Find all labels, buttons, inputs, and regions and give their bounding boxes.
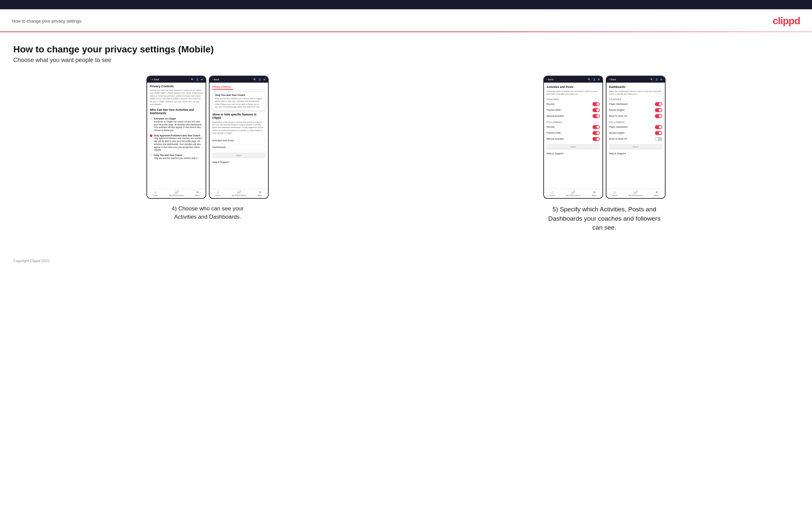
tab-performance-3[interactable]: 📈 My Performance <box>566 190 580 196</box>
performance-icon-4: 📈 <box>633 190 638 194</box>
radio-only-you[interactable] <box>150 154 152 157</box>
profile-icon[interactable]: 👤 <box>196 78 199 81</box>
screen3-back[interactable]: ‹ Back <box>547 78 554 81</box>
toggle-followers-workon[interactable] <box>655 137 662 141</box>
radio-approved[interactable] <box>150 134 152 137</box>
list-activities[interactable]: Activities and Posts › <box>212 137 265 144</box>
coaches-label-3: COACHES <box>547 98 600 101</box>
toggle-coaches-insights[interactable] <box>655 108 662 112</box>
main-content: How to change your privacy settings (Mob… <box>0 32 812 245</box>
tab-menu-2[interactable]: ≡ Menu <box>257 190 262 196</box>
menu-icon-3: ≡ <box>593 190 595 194</box>
screen4-title: Dashboards <box>609 85 662 89</box>
help-support-4[interactable]: Help & Support <box>609 152 662 155</box>
tab-home-2[interactable]: ⌂ Home <box>215 190 220 196</box>
copyright: Copyright Clippd 2022 <box>13 259 49 263</box>
screen1-content: Privacy Controls Control how and your da… <box>147 82 206 189</box>
profile-icon-4[interactable]: 👤 <box>655 78 658 81</box>
screen3-content: Activities and Posts Select the types of… <box>544 82 602 189</box>
list-dashboards[interactable]: Dashboards › <box>212 144 265 151</box>
tab-menu-4[interactable]: ≡ Menu <box>654 190 659 196</box>
home-icon-2: ⌂ <box>217 190 219 194</box>
search-icon-2[interactable]: 🔍 <box>253 78 256 81</box>
tab-performance-4[interactable]: 📈 My Performance <box>628 190 643 196</box>
settings-icon-3[interactable]: ⚙ <box>598 78 600 81</box>
search-icon-3[interactable]: 🔍 <box>588 78 591 81</box>
tab-performance-1[interactable]: 📈 My Performance <box>169 190 184 196</box>
home-icon-3: ⌂ <box>551 190 553 194</box>
screen1-section: Who Can See Your Activities and Dashboar… <box>150 108 203 115</box>
radio-everyone[interactable] <box>150 117 152 120</box>
screenshots-row: ‹ < Back 🔍 👤 ⚙ Privacy Controls Control … <box>13 76 799 232</box>
toggle-coaches-drills[interactable] <box>593 108 600 112</box>
tab-privacy-controls[interactable]: Privacy Controls <box>212 84 233 90</box>
step-group-4: ‹ < Back 🔍 👤 ⚙ Privacy Controls Control … <box>13 76 402 232</box>
screen4-content: Dashboards Select the dashboards that yo… <box>606 82 665 189</box>
save-button-2[interactable]: Save <box>212 153 265 158</box>
toggle-coaches-rounds[interactable] <box>593 102 600 106</box>
option-only-you[interactable]: Only You and Your Coach Only you and the… <box>150 153 203 161</box>
help-support-3[interactable]: Help & Support <box>547 152 600 155</box>
screen-2: ‹ Back 🔍 👤 ⚙ Privacy Controls <box>209 76 269 199</box>
help-support-2[interactable]: Help & Support <box>212 161 265 163</box>
menu-icon-4: ≡ <box>656 190 658 194</box>
breadcrumb: How to change your privacy settings <box>12 18 81 23</box>
settings-icon-2[interactable]: ⚙ <box>263 78 265 81</box>
settings-icon[interactable]: ⚙ <box>201 78 203 81</box>
tab-home-1[interactable]: ⌂ Home <box>153 190 158 196</box>
coaches-drills-3: Practice Drills <box>547 107 600 113</box>
settings-icon-4[interactable]: ⚙ <box>660 78 662 81</box>
toggle-coaches-player[interactable] <box>655 102 662 106</box>
screen4-bottombar: ⌂ Home 📈 My Performance ≡ Menu <box>606 189 665 198</box>
tab-performance-2[interactable]: 📈 My Performance <box>232 190 246 196</box>
screen1-topbar: ‹ < Back 🔍 👤 ⚙ <box>147 76 206 82</box>
phones-pair-2: ‹ Back 🔍 👤 ⚙ Activities and Posts Select… <box>543 76 666 199</box>
coaches-rounds-3: Rounds <box>547 101 600 107</box>
screen2-section-title: Show or hide specific features in Clippd <box>212 113 265 119</box>
caption-4: 4) Choose who can see your Activities an… <box>161 205 254 221</box>
profile-icon-3[interactable]: 👤 <box>593 78 596 81</box>
profile-icon-2[interactable]: 👤 <box>258 78 261 81</box>
option-approved[interactable]: Only Approved Followers and Your Coach O… <box>150 133 203 153</box>
home-icon-4: ⌂ <box>613 190 616 194</box>
followers-manual-3: Manual Activities <box>547 136 600 142</box>
screen2-content: Privacy Controls Only You and Your Coach… <box>210 82 268 189</box>
search-icon-4[interactable]: 🔍 <box>650 78 653 81</box>
tab-menu-3[interactable]: ≡ Menu <box>592 190 597 196</box>
screen1-back[interactable]: ‹ < Back <box>150 78 159 81</box>
screen4-desc: Select the dashboards that you'd like to… <box>609 90 662 96</box>
chevron-dashboards: › <box>265 146 266 149</box>
option-everyone[interactable]: Everyone on Clippd Everyone on Clippd ca… <box>150 116 203 133</box>
phones-pair-1: ‹ < Back 🔍 👤 ⚙ Privacy Controls Control … <box>146 76 269 199</box>
performance-icon: 📈 <box>174 190 179 194</box>
toggle-followers-insights[interactable] <box>655 131 662 135</box>
screen3-desc: Select the types of activity that you'd … <box>547 90 600 96</box>
tab-home-4[interactable]: ⌂ Home <box>612 190 617 196</box>
screen4-back[interactable]: ‹ Back <box>609 78 616 81</box>
save-button-3[interactable]: Save <box>547 144 600 150</box>
toggle-followers-rounds[interactable] <box>593 125 600 129</box>
home-icon: ⌂ <box>154 190 157 194</box>
coaches-manual-3: Manual Activities <box>547 113 600 119</box>
toggle-coaches-workon[interactable] <box>655 114 662 118</box>
screen2-popup: Only You and Your Coach Only you and the… <box>212 91 265 111</box>
toggle-followers-drills[interactable] <box>593 131 600 135</box>
followers-work-on: What To Work On <box>609 136 662 142</box>
toggle-followers-manual[interactable] <box>593 137 600 141</box>
step-group-5: ‹ Back 🔍 👤 ⚙ Activities and Posts Select… <box>410 76 799 232</box>
toggle-followers-player[interactable] <box>655 125 662 129</box>
screen2-icons: 🔍 👤 ⚙ <box>253 78 265 81</box>
screen2-back[interactable]: ‹ Back <box>212 78 219 81</box>
tab-menu-1[interactable]: ≡ Menu <box>195 190 200 196</box>
screen3-bottombar: ⌂ Home 📈 My Performance ≡ Menu <box>544 189 602 198</box>
tab-home-3[interactable]: ⌂ Home <box>550 190 555 196</box>
top-bar <box>0 0 812 9</box>
followers-rounds-3: Rounds <box>547 124 600 130</box>
toggle-coaches-manual[interactable] <box>593 114 600 118</box>
search-icon[interactable]: 🔍 <box>191 78 194 81</box>
screen2-tabs: Privacy Controls <box>212 84 265 90</box>
screen1-bottombar: ⌂ Home 📈 My Performance ≡ Menu <box>147 189 206 198</box>
coaches-label-4: COACHES <box>609 98 662 101</box>
save-button-4[interactable]: Save <box>609 144 662 150</box>
performance-icon-2: 📈 <box>237 190 242 194</box>
